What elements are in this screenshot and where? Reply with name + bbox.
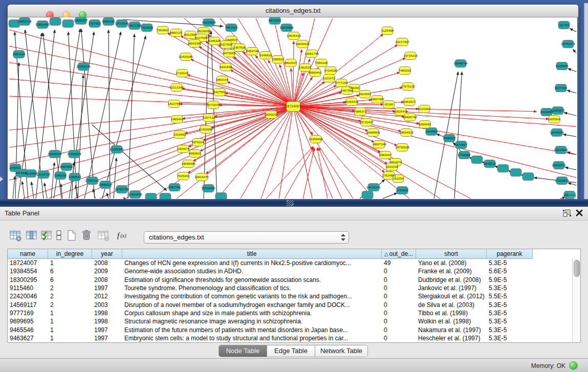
- table-cell[interactable]: 6: [48, 276, 92, 284]
- column-header-name[interactable]: name: [8, 249, 48, 259]
- table-cell[interactable]: 2003: [92, 301, 122, 309]
- table-cell[interactable]: Nakamura et al. (1997): [416, 326, 487, 334]
- table-cell[interactable]: 2: [48, 292, 92, 300]
- table-cell[interactable]: 9115460: [8, 284, 48, 292]
- table-selector-dropdown[interactable]: citations_edges.txt: [144, 231, 349, 244]
- table-cell[interactable]: 6: [48, 267, 92, 275]
- canvas-resize-grip[interactable]: [569, 192, 576, 199]
- table-cell[interactable]: Disruption of a novel member of a sodium…: [122, 301, 382, 309]
- graph-node[interactable]: [510, 169, 521, 177]
- row-options-icon[interactable]: [53, 229, 66, 243]
- table-cell[interactable]: Tibbo et al. (1998): [416, 309, 487, 317]
- scrollbar-thumb[interactable]: [574, 260, 580, 277]
- delete-column-icon[interactable]: [80, 229, 94, 243]
- table-cell[interactable]: 1: [48, 326, 92, 334]
- graph-node[interactable]: [215, 193, 227, 200]
- table-cell[interactable]: 1: [48, 259, 92, 267]
- table-cell[interactable]: Yano et al. (2008): [416, 259, 487, 267]
- column-header-out_de[interactable]: △out_de...: [382, 249, 416, 259]
- column-header-title[interactable]: title: [122, 249, 382, 259]
- table-cell[interactable]: 2009: [92, 267, 122, 275]
- graph-node[interactable]: [522, 173, 534, 181]
- table-cell[interactable]: Structural magnetic resonance image aver…: [122, 317, 382, 325]
- table-row[interactable]: 911546021997Tourette syndrome. Phenomeno…: [8, 284, 573, 292]
- table-cell[interactable]: 1997: [92, 284, 122, 292]
- table-cell[interactable]: 0: [382, 301, 416, 309]
- table-cell[interactable]: 0: [382, 276, 416, 284]
- panel-collapse-arrow[interactable]: [0, 177, 3, 182]
- table-body[interactable]: 1872400712008Changes of HCN gene express…: [8, 259, 573, 342]
- table-cell[interactable]: 5.3E-5: [487, 301, 533, 309]
- table-mode-icon[interactable]: [9, 229, 23, 243]
- table-cell[interactable]: Tourette syndrome. Phenomenology and cla…: [122, 284, 382, 292]
- table-cell[interactable]: Corpus callosum shape and size in male p…: [122, 309, 382, 317]
- table-cell[interactable]: 5.3E-5: [487, 309, 533, 317]
- horizontal-splitter[interactable]: [0, 199, 588, 207]
- table-cell[interactable]: Wolkin et al. (1998): [416, 317, 487, 325]
- graph-node[interactable]: [362, 191, 373, 199]
- table-cell[interactable]: Embryonic stem cells: a model to study s…: [122, 334, 382, 342]
- table-cell[interactable]: 5.9E-5: [487, 276, 533, 284]
- column-header-year[interactable]: year: [92, 249, 122, 259]
- table-row[interactable]: 946554611997Estimation of the future num…: [8, 326, 573, 334]
- show-columns-icon[interactable]: [26, 229, 39, 243]
- table-cell[interactable]: Franke et al. (2009): [416, 267, 487, 275]
- table-cell[interactable]: 2: [48, 284, 92, 292]
- table-cell[interactable]: 9699695: [8, 317, 48, 325]
- splitter-grip[interactable]: [287, 200, 294, 206]
- table-cell[interactable]: 1997: [92, 334, 122, 342]
- table-cell[interactable]: 2: [48, 301, 92, 309]
- table-cell[interactable]: 9777169: [8, 309, 48, 317]
- tab-node-table[interactable]: Node Table: [219, 345, 267, 357]
- table-cell[interactable]: 9463627: [8, 334, 48, 342]
- table-cell[interactable]: 14569117: [8, 301, 48, 309]
- table-cell[interactable]: 5.3E-5: [487, 284, 533, 292]
- table-cell[interactable]: Jankovic et al. (1997): [416, 284, 487, 292]
- table-cell[interactable]: 0: [382, 326, 416, 334]
- table-cell[interactable]: 5.3E-5: [487, 334, 533, 342]
- table-cell[interactable]: Changes of HCN gene expression and I(f) …: [122, 259, 382, 267]
- graph-node[interactable]: [497, 165, 509, 172]
- table-row[interactable]: 2242004622012Investigating the contribut…: [8, 292, 573, 300]
- table-row[interactable]: 1830029562008Estimation of significance …: [8, 276, 573, 284]
- table-cell[interactable]: Hescheler et al. (1997): [416, 334, 487, 342]
- table-row[interactable]: 946362711997Embryonic stem cells: a mode…: [8, 334, 573, 342]
- tab-network-table[interactable]: Network Table: [315, 345, 367, 357]
- table-cell[interactable]: 5.3E-5: [487, 326, 533, 334]
- float-window-icon[interactable]: [562, 209, 572, 218]
- table-cell[interactable]: 0: [382, 309, 416, 317]
- network-canvas[interactable]: 2405572420691406106552571527602846616010…: [8, 17, 577, 200]
- table-row[interactable]: 977716911998Corpus callosum shape and si…: [8, 309, 573, 317]
- column-header-in_degree[interactable]: in_degree: [48, 249, 92, 259]
- table-cell[interactable]: 2008: [92, 276, 122, 284]
- table-cell[interactable]: 0: [382, 334, 416, 342]
- table-cell[interactable]: 0: [382, 267, 416, 275]
- graph-node[interactable]: [62, 20, 74, 28]
- table-cell[interactable]: Dudbridge et al. (2008): [416, 276, 487, 284]
- table-cell[interactable]: Estimation of the future numbers of pati…: [122, 326, 382, 334]
- table-row[interactable]: 969969511998Structural magnetic resonanc…: [8, 317, 573, 325]
- create-column-icon[interactable]: [66, 229, 79, 243]
- table-cell[interactable]: 1: [48, 334, 92, 342]
- table-cell[interactable]: 2008: [92, 259, 122, 267]
- column-header-short[interactable]: short: [416, 249, 487, 259]
- table-cell[interactable]: 1: [48, 317, 92, 325]
- table-row[interactable]: 1938455462009Genome-wide association stu…: [8, 267, 573, 275]
- table-cell[interactable]: 5.6E-5: [487, 267, 533, 275]
- table-cell[interactable]: 0: [382, 292, 416, 300]
- column-header-pagerank[interactable]: pagerank: [487, 249, 533, 259]
- network-graph[interactable]: 2405572420691406106552571527602846616010…: [8, 17, 577, 200]
- table-cell[interactable]: 49: [382, 259, 416, 267]
- close-panel-icon[interactable]: [575, 209, 585, 218]
- table-cell[interactable]: 19384554: [8, 267, 48, 275]
- table-cell[interactable]: de Silva et al. (2003): [416, 301, 487, 309]
- table-cell[interactable]: 5.5E-5: [487, 292, 533, 300]
- table-cell[interactable]: 1: [48, 309, 92, 317]
- tab-edge-table[interactable]: Edge Table: [267, 345, 315, 357]
- table-row[interactable]: 1456911722003Disruption of a novel membe…: [8, 301, 573, 309]
- table-cell[interactable]: 22420046: [8, 292, 48, 300]
- table-cell[interactable]: 1998: [92, 309, 122, 317]
- table-cell[interactable]: 18300295: [8, 276, 48, 284]
- graph-node[interactable]: [471, 156, 483, 164]
- table-cell[interactable]: 2012: [92, 292, 122, 300]
